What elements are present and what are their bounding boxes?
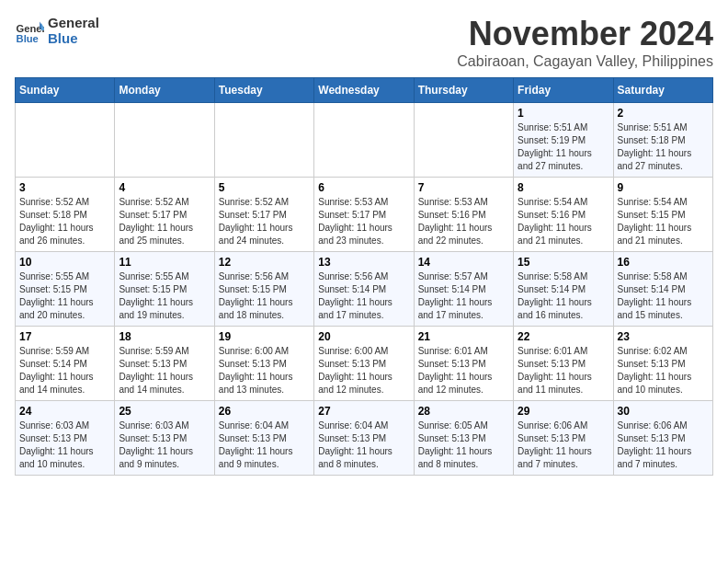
calendar-cell: 23Sunrise: 6:02 AM Sunset: 5:13 PM Dayli… [613, 327, 712, 401]
calendar-cell: 9Sunrise: 5:54 AM Sunset: 5:15 PM Daylig… [613, 178, 712, 252]
calendar-cell: 27Sunrise: 6:04 AM Sunset: 5:13 PM Dayli… [314, 401, 414, 476]
day-info: Sunrise: 6:04 AM Sunset: 5:13 PM Dayligh… [318, 419, 409, 471]
day-number: 20 [318, 330, 409, 343]
day-number: 22 [518, 330, 609, 343]
calendar-week-row: 17Sunrise: 5:59 AM Sunset: 5:14 PM Dayli… [16, 327, 713, 401]
calendar-cell: 26Sunrise: 6:04 AM Sunset: 5:13 PM Dayli… [214, 401, 313, 476]
calendar-cell: 21Sunrise: 6:01 AM Sunset: 5:13 PM Dayli… [414, 327, 513, 401]
weekday-header-tuesday: Tuesday [214, 78, 313, 103]
day-number: 1 [518, 107, 609, 120]
day-info: Sunrise: 5:57 AM Sunset: 5:14 PM Dayligh… [418, 270, 509, 322]
day-number: 4 [119, 181, 210, 194]
calendar-cell: 11Sunrise: 5:55 AM Sunset: 5:15 PM Dayli… [115, 252, 214, 327]
day-info: Sunrise: 5:54 AM Sunset: 5:15 PM Dayligh… [618, 196, 709, 247]
day-number: 10 [19, 256, 110, 269]
day-number: 7 [418, 181, 509, 194]
day-number: 5 [219, 181, 310, 194]
month-title: November 2024 [457, 15, 713, 53]
calendar-cell [214, 103, 313, 178]
calendar-cell: 29Sunrise: 6:06 AM Sunset: 5:13 PM Dayli… [514, 401, 613, 476]
day-info: Sunrise: 6:00 AM Sunset: 5:13 PM Dayligh… [318, 345, 409, 396]
day-number: 11 [119, 256, 210, 269]
day-info: Sunrise: 5:54 AM Sunset: 5:16 PM Dayligh… [518, 196, 609, 247]
calendar-cell: 30Sunrise: 6:06 AM Sunset: 5:13 PM Dayli… [613, 401, 712, 476]
day-number: 27 [318, 405, 409, 418]
calendar-week-row: 3Sunrise: 5:52 AM Sunset: 5:18 PM Daylig… [16, 178, 713, 252]
day-info: Sunrise: 6:02 AM Sunset: 5:13 PM Dayligh… [618, 345, 709, 396]
calendar-cell: 16Sunrise: 5:58 AM Sunset: 5:14 PM Dayli… [613, 252, 712, 327]
day-number: 14 [418, 256, 509, 269]
day-info: Sunrise: 5:58 AM Sunset: 5:14 PM Dayligh… [518, 270, 609, 322]
calendar-cell: 15Sunrise: 5:58 AM Sunset: 5:14 PM Dayli… [514, 252, 613, 327]
day-number: 12 [219, 256, 310, 269]
day-info: Sunrise: 6:06 AM Sunset: 5:13 PM Dayligh… [518, 419, 609, 471]
day-number: 29 [518, 405, 609, 418]
logo: General Blue General Blue [15, 15, 99, 46]
day-info: Sunrise: 5:51 AM Sunset: 5:18 PM Dayligh… [618, 121, 709, 173]
calendar-cell: 4Sunrise: 5:52 AM Sunset: 5:17 PM Daylig… [115, 178, 214, 252]
day-number: 23 [618, 330, 709, 343]
calendar-cell: 5Sunrise: 5:52 AM Sunset: 5:17 PM Daylig… [214, 178, 313, 252]
calendar-cell: 1Sunrise: 5:51 AM Sunset: 5:19 PM Daylig… [514, 103, 613, 178]
day-number: 19 [219, 330, 310, 343]
calendar-cell: 19Sunrise: 6:00 AM Sunset: 5:13 PM Dayli… [214, 327, 313, 401]
calendar-cell: 12Sunrise: 5:56 AM Sunset: 5:15 PM Dayli… [214, 252, 313, 327]
day-info: Sunrise: 5:56 AM Sunset: 5:15 PM Dayligh… [219, 270, 310, 322]
day-number: 24 [19, 405, 110, 418]
day-info: Sunrise: 5:53 AM Sunset: 5:17 PM Dayligh… [318, 196, 409, 247]
day-number: 3 [19, 181, 110, 194]
day-info: Sunrise: 6:06 AM Sunset: 5:13 PM Dayligh… [618, 419, 709, 471]
day-info: Sunrise: 5:59 AM Sunset: 5:14 PM Dayligh… [19, 345, 110, 396]
day-number: 13 [318, 256, 409, 269]
day-info: Sunrise: 5:53 AM Sunset: 5:16 PM Dayligh… [418, 196, 509, 247]
weekday-header-sunday: Sunday [16, 78, 115, 103]
logo-icon: General Blue [15, 16, 44, 45]
title-area: November 2024 Cabiraoan, Cagayan Valley,… [457, 15, 713, 70]
weekday-header-friday: Friday [514, 78, 613, 103]
calendar-cell: 18Sunrise: 5:59 AM Sunset: 5:13 PM Dayli… [115, 327, 214, 401]
day-number: 17 [19, 330, 110, 343]
calendar-cell: 22Sunrise: 6:01 AM Sunset: 5:13 PM Dayli… [514, 327, 613, 401]
calendar-cell: 10Sunrise: 5:55 AM Sunset: 5:15 PM Dayli… [16, 252, 115, 327]
day-number: 26 [219, 405, 310, 418]
day-info: Sunrise: 6:01 AM Sunset: 5:13 PM Dayligh… [418, 345, 509, 396]
calendar-cell: 24Sunrise: 6:03 AM Sunset: 5:13 PM Dayli… [16, 401, 115, 476]
calendar-cell: 3Sunrise: 5:52 AM Sunset: 5:18 PM Daylig… [16, 178, 115, 252]
calendar-cell: 14Sunrise: 5:57 AM Sunset: 5:14 PM Dayli… [414, 252, 513, 327]
logo-blue-text: Blue [48, 30, 99, 46]
day-info: Sunrise: 5:56 AM Sunset: 5:14 PM Dayligh… [318, 270, 409, 322]
weekday-header-wednesday: Wednesday [314, 78, 414, 103]
calendar-cell: 17Sunrise: 5:59 AM Sunset: 5:14 PM Dayli… [16, 327, 115, 401]
calendar-table: SundayMondayTuesdayWednesdayThursdayFrid… [15, 77, 713, 476]
calendar-cell [314, 103, 414, 178]
day-number: 21 [418, 330, 509, 343]
calendar-cell: 28Sunrise: 6:05 AM Sunset: 5:13 PM Dayli… [414, 401, 513, 476]
weekday-header-monday: Monday [115, 78, 214, 103]
day-info: Sunrise: 5:51 AM Sunset: 5:19 PM Dayligh… [518, 121, 609, 173]
day-number: 18 [119, 330, 210, 343]
calendar-cell: 2Sunrise: 5:51 AM Sunset: 5:18 PM Daylig… [613, 103, 712, 178]
location-title: Cabiraoan, Cagayan Valley, Philippines [457, 53, 713, 70]
calendar-cell: 6Sunrise: 5:53 AM Sunset: 5:17 PM Daylig… [314, 178, 414, 252]
day-number: 6 [318, 181, 409, 194]
calendar-week-row: 10Sunrise: 5:55 AM Sunset: 5:15 PM Dayli… [16, 252, 713, 327]
day-info: Sunrise: 6:03 AM Sunset: 5:13 PM Dayligh… [119, 419, 210, 471]
day-number: 28 [418, 405, 509, 418]
day-number: 15 [518, 256, 609, 269]
calendar-cell [414, 103, 513, 178]
day-number: 2 [618, 107, 709, 120]
day-info: Sunrise: 6:00 AM Sunset: 5:13 PM Dayligh… [219, 345, 310, 396]
calendar-cell: 8Sunrise: 5:54 AM Sunset: 5:16 PM Daylig… [514, 178, 613, 252]
day-info: Sunrise: 5:58 AM Sunset: 5:14 PM Dayligh… [618, 270, 709, 322]
day-number: 30 [618, 405, 709, 418]
calendar-cell: 7Sunrise: 5:53 AM Sunset: 5:16 PM Daylig… [414, 178, 513, 252]
day-number: 25 [119, 405, 210, 418]
calendar-cell [115, 103, 214, 178]
day-number: 9 [618, 181, 709, 194]
day-info: Sunrise: 5:59 AM Sunset: 5:13 PM Dayligh… [119, 345, 210, 396]
day-info: Sunrise: 5:52 AM Sunset: 5:17 PM Dayligh… [219, 196, 310, 247]
page-header: General Blue General Blue November 2024 … [15, 15, 713, 70]
calendar-cell: 25Sunrise: 6:03 AM Sunset: 5:13 PM Dayli… [115, 401, 214, 476]
day-info: Sunrise: 5:55 AM Sunset: 5:15 PM Dayligh… [119, 270, 210, 322]
logo-general-text: General [48, 15, 99, 30]
